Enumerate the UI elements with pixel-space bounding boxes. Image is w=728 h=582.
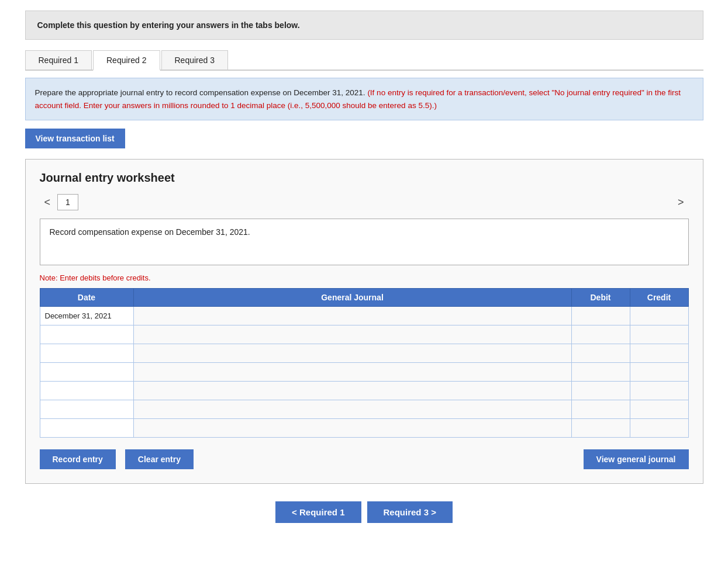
debit-input[interactable]: [572, 382, 630, 400]
debit-cell[interactable]: [571, 325, 630, 344]
general-journal-input[interactable]: [134, 307, 571, 325]
debit-input[interactable]: [572, 325, 630, 344]
description-main-text: Prepare the appropriate journal entry to…: [35, 88, 365, 97]
bottom-buttons-row: Record entry Clear entry View general jo…: [40, 449, 689, 469]
credit-input[interactable]: [630, 419, 688, 437]
general-journal-cell[interactable]: [133, 363, 571, 382]
general-journal-input[interactable]: [134, 382, 571, 400]
debit-cell[interactable]: [571, 344, 630, 363]
table-row: [40, 325, 688, 344]
date-cell: [40, 325, 133, 344]
credit-cell[interactable]: [630, 400, 688, 419]
credit-cell[interactable]: [630, 307, 688, 325]
col-header-date: Date: [40, 289, 133, 307]
table-row: [40, 363, 688, 382]
general-journal-cell[interactable]: [133, 325, 571, 344]
tabs-row: Required 1 Required 2 Required 3: [25, 50, 703, 71]
general-journal-input[interactable]: [134, 363, 571, 381]
next-page-arrow[interactable]: >: [673, 195, 689, 210]
date-cell: [40, 363, 133, 382]
instruction-banner: Complete this question by entering your …: [25, 11, 703, 40]
table-row: [40, 400, 688, 419]
transaction-description-text: Record compensation expense on December …: [50, 227, 250, 237]
general-journal-cell[interactable]: [133, 419, 571, 438]
credit-cell[interactable]: [630, 325, 688, 344]
date-cell: [40, 344, 133, 363]
debit-cell[interactable]: [571, 419, 630, 438]
credit-input[interactable]: [630, 344, 688, 362]
general-journal-cell[interactable]: [133, 344, 571, 363]
credit-cell[interactable]: [630, 344, 688, 363]
date-cell: [40, 382, 133, 400]
view-transaction-list-button[interactable]: View transaction list: [25, 129, 125, 148]
footer-prev-button[interactable]: < Required 1: [275, 501, 361, 523]
credit-cell[interactable]: [630, 419, 688, 438]
tab-required-1[interactable]: Required 1: [25, 50, 92, 70]
note-text: Note: Enter debits before credits.: [40, 273, 689, 282]
col-header-debit: Debit: [571, 289, 630, 307]
transaction-description-box: Record compensation expense on December …: [40, 219, 689, 265]
date-cell: [40, 400, 133, 419]
debit-cell[interactable]: [571, 307, 630, 325]
description-box: Prepare the appropriate journal entry to…: [25, 78, 703, 120]
debit-input[interactable]: [572, 363, 630, 381]
debit-cell[interactable]: [571, 363, 630, 382]
footer-next-button[interactable]: Required 3 >: [367, 501, 453, 523]
credit-input[interactable]: [630, 325, 688, 344]
nav-row: < 1 >: [40, 194, 689, 210]
general-journal-input[interactable]: [134, 344, 571, 362]
prev-page-arrow[interactable]: <: [40, 195, 56, 210]
debit-input[interactable]: [572, 400, 630, 418]
tab-required-2[interactable]: Required 2: [93, 50, 160, 71]
general-journal-cell[interactable]: [133, 382, 571, 400]
footer-nav: < Required 1 Required 3 >: [25, 501, 703, 523]
table-row: December 31, 2021: [40, 307, 688, 325]
general-journal-input[interactable]: [134, 419, 571, 437]
instruction-text: Complete this question by entering your …: [37, 20, 300, 30]
table-row: [40, 344, 688, 363]
col-header-credit: Credit: [630, 289, 688, 307]
credit-input[interactable]: [630, 382, 688, 400]
worksheet-title: Journal entry worksheet: [40, 171, 689, 185]
date-cell: December 31, 2021: [40, 307, 133, 325]
general-journal-input[interactable]: [134, 400, 571, 418]
page-number: 1: [57, 194, 78, 210]
table-row: [40, 382, 688, 400]
credit-cell[interactable]: [630, 382, 688, 400]
worksheet-container: Journal entry worksheet < 1 > Record com…: [25, 159, 703, 484]
col-header-general-journal: General Journal: [133, 289, 571, 307]
credit-cell[interactable]: [630, 363, 688, 382]
debit-input[interactable]: [572, 307, 630, 325]
credit-input[interactable]: [630, 363, 688, 381]
credit-input[interactable]: [630, 307, 688, 325]
debit-cell[interactable]: [571, 382, 630, 400]
debit-input[interactable]: [572, 419, 630, 437]
journal-table: Date General Journal Debit Credit Decemb…: [40, 288, 689, 438]
credit-input[interactable]: [630, 400, 688, 418]
general-journal-input[interactable]: [134, 325, 571, 344]
record-entry-button[interactable]: Record entry: [40, 449, 116, 469]
general-journal-cell[interactable]: [133, 400, 571, 419]
view-general-journal-button[interactable]: View general journal: [584, 449, 689, 469]
date-cell: [40, 419, 133, 438]
tab-required-3[interactable]: Required 3: [161, 50, 229, 70]
general-journal-cell[interactable]: [133, 307, 571, 325]
debit-input[interactable]: [572, 344, 630, 362]
clear-entry-button[interactable]: Clear entry: [125, 449, 194, 469]
table-row: [40, 419, 688, 438]
debit-cell[interactable]: [571, 400, 630, 419]
